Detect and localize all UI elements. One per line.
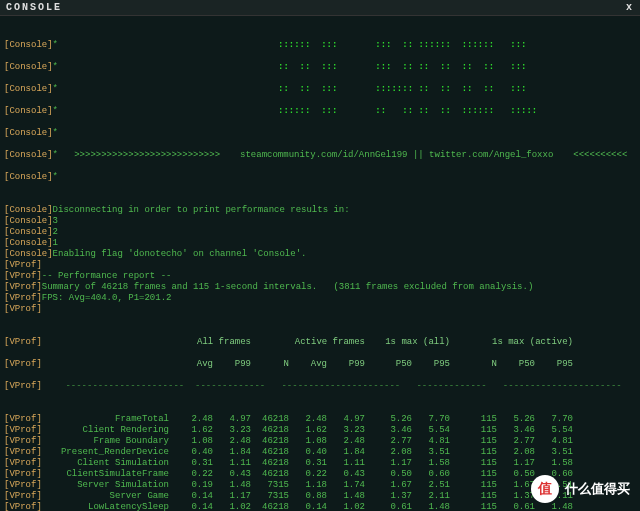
- tag: [VProf]: [4, 304, 42, 315]
- log-text: Disconnecting in order to print performa…: [53, 205, 350, 216]
- table-row: [VProf]Present_RenderDevice0.401.8446218…: [4, 447, 636, 458]
- table-row: [VProf]Client Rendering1.623.23462181.62…: [4, 425, 636, 436]
- tag: [Console]: [4, 216, 53, 227]
- tag: [Console]: [4, 128, 53, 139]
- metric-name: Client Rendering: [60, 425, 175, 436]
- tag: [Console]: [4, 84, 53, 95]
- log-text: -- Performance report --: [42, 271, 172, 282]
- table-row: [VProf]FrameTotal2.484.97462182.484.975.…: [4, 414, 636, 425]
- table-row: [VProf]Frame Boundary1.082.48462181.082.…: [4, 436, 636, 447]
- tag: [VProf]: [4, 293, 42, 304]
- watermark: 值 什么值得买: [531, 475, 630, 503]
- close-icon[interactable]: x: [626, 2, 634, 13]
- titlebar: CONSOLE x: [0, 0, 640, 16]
- tag: [Console]: [4, 106, 53, 117]
- metric-name: ClientSimulateFrame: [60, 469, 175, 480]
- tag: [Console]: [4, 238, 53, 249]
- log-text: 3: [53, 216, 58, 227]
- ascii-art: :::::: ::: ::: :: :::::: :::::: :::: [58, 40, 526, 51]
- metric-name: Server Game: [60, 491, 175, 502]
- tag: [Console]: [4, 205, 53, 216]
- metric-name: LowLatencySleep: [60, 502, 175, 511]
- log-text: Summary of 46218 frames and 115 1-second…: [42, 282, 533, 293]
- table-row: [VProf]LowLatencySleep0.141.02462180.141…: [4, 502, 636, 511]
- metric-name: Client Simulation: [60, 458, 175, 469]
- watermark-icon: 值: [531, 475, 559, 503]
- metric-name: Server Simulation: [60, 480, 175, 491]
- log-text: 1: [53, 238, 58, 249]
- table-row: [VProf]Client Simulation0.311.11462180.3…: [4, 458, 636, 469]
- tag: [Console]: [4, 150, 53, 161]
- tag: [Console]: [4, 227, 53, 238]
- console-body: [Console] *:::::: ::: ::: :: :::::: ::::…: [0, 16, 640, 511]
- tag: [VProf]: [4, 271, 42, 282]
- metric-name: FrameTotal: [60, 414, 175, 425]
- table-header-2: [VProf] AvgP99 NAvgP99 P50P95 NP50P95: [4, 359, 636, 370]
- title-text: CONSOLE: [6, 2, 62, 13]
- log-text: FPS: Avg=404.0, P1=201.2: [42, 293, 172, 304]
- banner-url: steamcommunity.com/id/AnnGel199 || twitt…: [220, 150, 553, 161]
- tag: [Console]: [4, 62, 53, 73]
- tag: [Console]: [4, 249, 53, 260]
- tag: [VProf]: [4, 260, 42, 271]
- tag: [VProf]: [4, 282, 42, 293]
- metric-name: Present_RenderDevice: [60, 447, 175, 458]
- log-text: 2: [53, 227, 58, 238]
- tag: [Console]: [4, 40, 53, 51]
- table-header-1: [VProf] All frames Active frames 1s max …: [4, 337, 636, 348]
- tag: [Console]: [4, 172, 53, 183]
- watermark-text: 什么值得买: [565, 480, 630, 498]
- log-text: Enabling flag 'donotecho' on channel 'Co…: [53, 249, 307, 260]
- metric-name: Frame Boundary: [60, 436, 175, 447]
- sep: ---------------------- ------------- ---…: [60, 381, 622, 392]
